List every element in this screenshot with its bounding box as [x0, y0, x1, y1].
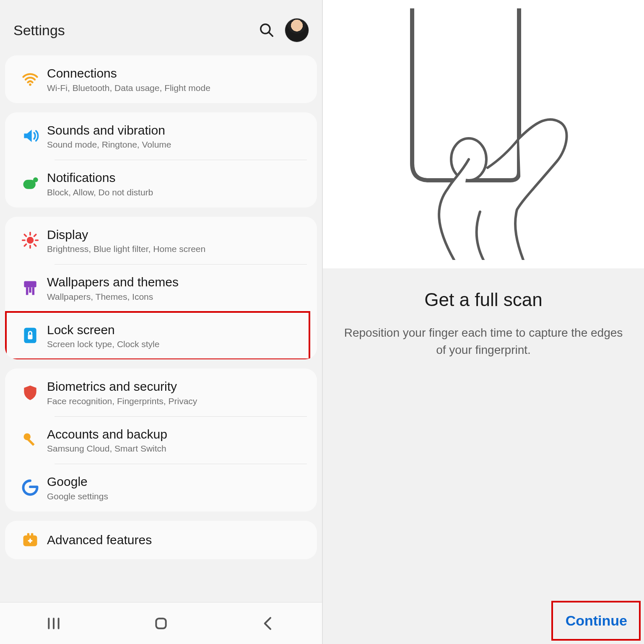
svg-point-5: [27, 237, 34, 244]
row-title: Wallpapers and themes: [47, 274, 308, 290]
settings-group: DisplayBrightness, Blue light filter, Ho…: [5, 217, 317, 360]
settings-row-notifications[interactable]: NotificationsBlock, Allow, Do not distur…: [5, 160, 317, 208]
fingerprint-illustration: [323, 0, 644, 268]
svg-line-1: [269, 32, 273, 36]
nav-recents[interactable]: [29, 611, 79, 636]
row-subtitle: Google settings: [47, 491, 308, 501]
settings-pane: Settings ConnectionsWi-Fi, Bluetooth, Da…: [0, 0, 322, 644]
search-icon: [259, 22, 275, 38]
row-title: Biometrics and security: [47, 379, 308, 395]
instruction-block: Get a full scan Reposition your finger e…: [323, 268, 644, 644]
fingerprint-pane: Get a full scan Reposition your finger e…: [322, 0, 644, 644]
svg-rect-19: [28, 335, 33, 339]
sound-icon: [13, 127, 47, 145]
svg-line-11: [34, 244, 36, 246]
row-title: Google: [47, 474, 308, 490]
row-subtitle: Samsung Cloud, Smart Switch: [47, 444, 308, 454]
settings-header: Settings: [5, 5, 317, 55]
settings-row-display[interactable]: DisplayBrightness, Blue light filter, Ho…: [5, 217, 317, 265]
android-navbar: [0, 602, 322, 644]
svg-rect-31: [156, 618, 166, 628]
row-title: Connections: [47, 65, 308, 81]
advanced-icon: [13, 531, 47, 549]
settings-row-sounds-and-vibration[interactable]: Sounds and vibrationSound mode, Ringtone…: [5, 112, 317, 160]
svg-rect-14: [24, 281, 36, 287]
row-title: Advanced features: [47, 532, 308, 548]
profile-avatar[interactable]: [285, 18, 309, 42]
svg-rect-21: [27, 439, 34, 446]
row-title: Display: [47, 227, 308, 243]
instruction-body: Reposition your finger each time to capt…: [340, 325, 627, 358]
settings-row-google[interactable]: GoogleGoogle settings: [5, 464, 317, 512]
google-icon: [13, 478, 47, 497]
row-title: Sounds and vibration: [47, 122, 308, 138]
row-subtitle: Wi-Fi, Bluetooth, Data usage, Flight mod…: [47, 83, 308, 93]
svg-point-4: [33, 177, 38, 182]
svg-line-12: [24, 244, 26, 246]
row-subtitle: Sound mode, Ringtone, Volume: [47, 140, 308, 150]
row-title: Lock screen: [47, 322, 308, 338]
svg-point-20: [23, 434, 30, 441]
wallpaper-icon: [13, 279, 47, 297]
nav-back[interactable]: [243, 611, 293, 636]
display-icon: [13, 231, 47, 249]
settings-row-advanced-features[interactable]: Advanced features: [5, 521, 317, 559]
settings-row-wallpapers-and-themes[interactable]: Wallpapers and themesWallpapers, Themes,…: [5, 264, 317, 312]
row-subtitle: Wallpapers, Themes, Icons: [47, 292, 308, 302]
settings-group: Advanced features: [5, 521, 317, 559]
settings-row-lock-screen[interactable]: Lock screenScreen lock type, Clock style: [5, 312, 317, 360]
settings-group: ConnectionsWi-Fi, Bluetooth, Data usage,…: [5, 55, 317, 103]
settings-row-accounts-and-backup[interactable]: Accounts and backupSamsung Cloud, Smart …: [5, 416, 317, 464]
security-icon: [13, 383, 47, 402]
wifi-icon: [13, 70, 47, 88]
row-subtitle: Screen lock type, Clock style: [47, 339, 308, 349]
row-subtitle: Face recognition, Fingerprints, Privacy: [47, 396, 308, 406]
svg-rect-24: [27, 533, 30, 537]
svg-point-2: [29, 83, 31, 86]
settings-row-biometrics-and-security[interactable]: Biometrics and securityFace recognition,…: [5, 369, 317, 416]
settings-group: Sounds and vibrationSound mode, Ringtone…: [5, 112, 317, 208]
svg-rect-25: [31, 533, 34, 537]
nav-home[interactable]: [136, 611, 186, 636]
instruction-title: Get a full scan: [340, 289, 627, 310]
settings-group: Biometrics and securityFace recognition,…: [5, 369, 317, 512]
notifications-icon: [13, 174, 47, 193]
settings-row-connections[interactable]: ConnectionsWi-Fi, Bluetooth, Data usage,…: [5, 55, 317, 103]
row-title: Notifications: [47, 170, 308, 186]
search-button[interactable]: [253, 17, 280, 44]
row-subtitle: Block, Allow, Do not disturb: [47, 187, 308, 197]
svg-line-10: [24, 235, 26, 236]
row-subtitle: Brightness, Blue light filter, Home scre…: [47, 244, 308, 254]
continue-button[interactable]: Continue: [556, 605, 636, 636]
page-title: Settings: [13, 22, 253, 39]
svg-line-13: [34, 235, 36, 236]
row-title: Accounts and backup: [47, 426, 308, 442]
lock-icon: [13, 326, 47, 345]
accounts-icon: [13, 431, 47, 449]
